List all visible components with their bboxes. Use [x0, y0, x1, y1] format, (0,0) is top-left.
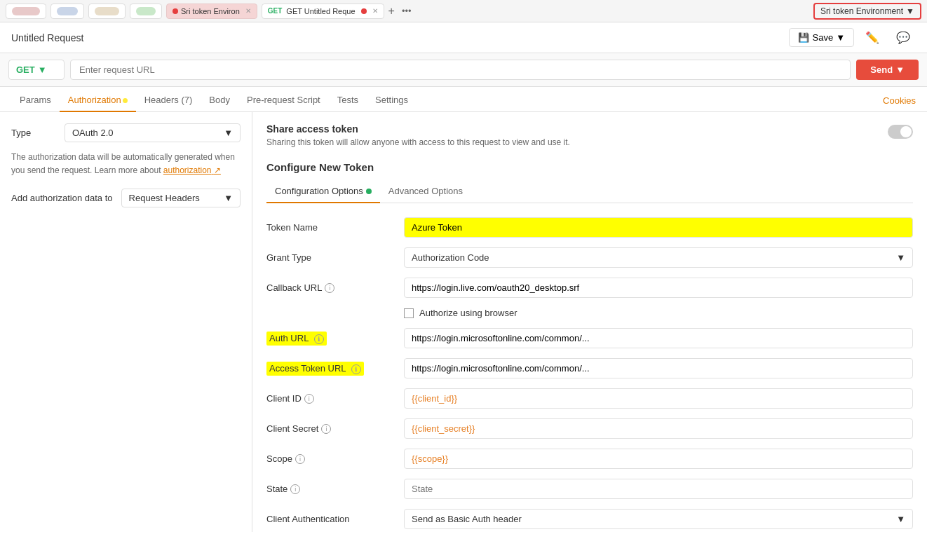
callback-url-input[interactable] [404, 278, 913, 298]
auth-url-input[interactable] [404, 328, 913, 348]
tab-tests[interactable]: Tests [329, 89, 367, 112]
browser-tab-3[interactable] [88, 4, 126, 19]
save-label: Save [812, 32, 833, 43]
config-tabs: Configuration Options Advanced Options [266, 182, 913, 203]
right-panel: Share access token Sharing this token wi… [252, 112, 927, 532]
save-button[interactable]: 💾 Save ▼ [789, 28, 854, 47]
tab-close-icon[interactable]: ✕ [245, 7, 251, 15]
access-token-url-field: Access Token URL ℹ [266, 358, 913, 378]
method-selector[interactable]: GET ▼ [8, 60, 65, 80]
tab-dot [172, 8, 178, 14]
send-button[interactable]: Send ▼ [856, 60, 919, 80]
client-secret-info-icon[interactable]: i [321, 424, 331, 434]
tab-headers[interactable]: Headers (7) [136, 89, 201, 112]
share-token-description: Sharing this token will allow anyone wit… [266, 137, 570, 147]
url-input[interactable] [70, 60, 851, 80]
get-tab-label: GET Untitled Reque [286, 7, 355, 15]
type-row: Type OAuth 2.0 ▼ [11, 123, 241, 142]
type-arrow: ▼ [224, 128, 233, 138]
env-selector-arrow: ▼ [906, 6, 914, 16]
request-tab-dot [361, 8, 367, 14]
grant-type-select[interactable]: Authorization Code ▼ [404, 247, 913, 268]
request-tab-close[interactable]: ✕ [372, 7, 378, 15]
auth-info-text: The authorization data will be automatic… [11, 151, 241, 177]
scope-input[interactable] [404, 449, 913, 469]
method-arrow: ▼ [38, 64, 47, 75]
tabs-nav: Params Authorization Headers (7) Body Pr… [0, 87, 927, 112]
client-id-field: Client ID i [266, 388, 913, 409]
comment-icon-button[interactable]: 💬 [891, 28, 916, 47]
add-auth-label: Add authorization data to [11, 193, 113, 203]
config-tab-advanced-label: Advanced Options [388, 186, 463, 196]
grant-type-field: Grant Type Authorization Code ▼ [266, 247, 913, 268]
share-token-toggle[interactable] [888, 125, 913, 139]
access-token-url-input[interactable] [404, 358, 913, 378]
grant-type-value: Authorization Code [412, 252, 489, 263]
scope-field: Scope i [266, 449, 913, 469]
state-input[interactable] [404, 479, 913, 499]
type-select[interactable]: OAuth 2.0 ▼ [65, 123, 241, 142]
client-id-info-icon[interactable]: i [304, 394, 314, 404]
request-title: Untitled Request [11, 32, 84, 43]
method-label: GET [16, 64, 35, 75]
access-token-url-info-icon[interactable]: ℹ [351, 364, 361, 374]
more-tabs-button[interactable]: ••• [399, 6, 414, 16]
auth-link[interactable]: authorization ↗ [163, 165, 221, 175]
token-name-field: Token Name [266, 217, 913, 238]
config-tab-advanced[interactable]: Advanced Options [380, 182, 471, 203]
active-collection-tab[interactable]: Sri token Environ ✕ [166, 4, 257, 19]
tab-pre-request[interactable]: Pre-request Script [238, 89, 329, 112]
access-token-url-label: Access Token URL ℹ [266, 362, 393, 376]
state-info-icon[interactable]: i [290, 484, 300, 494]
add-auth-select[interactable]: Request Headers ▼ [121, 189, 241, 207]
scope-label: Scope i [266, 453, 393, 464]
add-auth-value: Request Headers [129, 193, 200, 203]
browser-tab-4[interactable] [130, 4, 162, 19]
client-secret-input[interactable] [404, 418, 913, 439]
authorize-browser-label: Authorize using browser [419, 308, 517, 318]
callback-url-label: Callback URL i [266, 282, 393, 293]
state-field: State i [266, 479, 913, 499]
save-icon: 💾 [798, 32, 809, 43]
client-id-input[interactable] [404, 388, 913, 409]
add-auth-row: Add authorization data to Request Header… [11, 189, 241, 207]
share-token-title: Share access token [266, 123, 570, 135]
environment-selector[interactable]: Sri token Environment ▼ [813, 3, 921, 20]
client-auth-select[interactable]: Send as Basic Auth header ▼ [404, 509, 913, 529]
browser-tab-1[interactable] [6, 4, 46, 19]
auth-url-field: Auth URL ℹ [266, 328, 913, 348]
auth-url-label: Auth URL ℹ [266, 332, 393, 346]
config-tab-options-label: Configuration Options [275, 186, 363, 196]
authorize-browser-checkbox[interactable] [404, 308, 414, 318]
browser-tab-2[interactable] [50, 4, 84, 19]
url-bar: GET ▼ Send ▼ [0, 53, 927, 87]
client-id-label: Client ID i [266, 393, 393, 404]
add-tab-button[interactable]: + [388, 5, 395, 18]
config-tab-active-dot [366, 189, 372, 194]
grant-type-label: Grant Type [266, 252, 393, 263]
tab-params[interactable]: Params [11, 89, 60, 112]
title-actions: 💾 Save ▼ ✏️ 💬 [789, 28, 916, 47]
browser-tabs-row: Sri token Environ ✕ GET GET Untitled Req… [0, 0, 927, 22]
auth-url-highlight: Auth URL ℹ [266, 332, 327, 346]
type-label: Type [11, 128, 53, 138]
collection-tab-label: Sri token Environ [181, 7, 240, 15]
share-token-text: Share access token Sharing this token wi… [266, 123, 570, 147]
token-name-input[interactable] [404, 217, 913, 238]
scope-info-icon[interactable]: i [295, 454, 305, 464]
configure-token-section: Configure New Token Configuration Option… [266, 161, 913, 532]
tab-body[interactable]: Body [201, 89, 238, 112]
send-arrow: ▼ [895, 64, 905, 75]
callback-url-info-icon[interactable]: i [325, 283, 334, 293]
cookies-link[interactable]: Cookies [883, 95, 916, 111]
tab-settings[interactable]: Settings [367, 89, 417, 112]
client-secret-label: Client Secret i [266, 423, 393, 434]
tab-authorization[interactable]: Authorization [60, 89, 136, 112]
type-value: OAuth 2.0 [72, 128, 114, 138]
configure-title: Configure New Token [266, 161, 913, 173]
edit-icon-button[interactable]: ✏️ [860, 28, 885, 47]
auth-url-info-icon[interactable]: ℹ [314, 334, 324, 344]
get-request-tab[interactable]: GET GET Untitled Reque ✕ [262, 4, 384, 19]
share-token-section: Share access token Sharing this token wi… [266, 123, 913, 147]
config-tab-options[interactable]: Configuration Options [266, 182, 380, 203]
